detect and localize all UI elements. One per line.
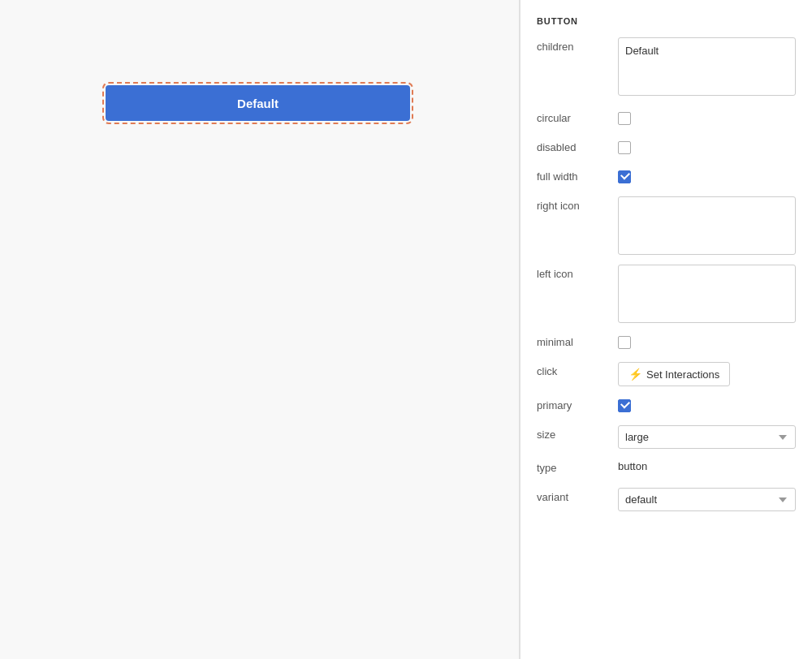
variant-control: default outlined text [618,488,796,511]
minimal-row: minimal [537,333,796,352]
left-icon-label: left icon [537,265,618,280]
size-label: size [537,425,618,441]
panel-title: BUTTON [537,16,796,26]
minimal-control [618,333,796,352]
children-row: children Default [537,37,796,99]
type-row: type button [537,459,796,478]
left-icon-control [618,265,796,323]
size-select[interactable]: small medium large extra-large [618,425,796,449]
full-width-control [618,167,796,187]
lightning-icon: ⚡ [628,368,642,381]
preview-button[interactable]: Default [106,85,410,121]
primary-checkbox[interactable] [618,399,631,412]
minimal-label: minimal [537,333,618,348]
variant-select[interactable]: default outlined text [618,488,796,511]
type-control: button [618,459,796,473]
right-icon-row: right icon [537,196,796,255]
size-row: size small medium large extra-large [537,425,796,449]
variant-row: variant default outlined text [537,488,796,511]
variant-label: variant [537,488,618,503]
type-value: button [618,457,647,472]
minimal-checkbox[interactable] [618,336,631,349]
left-icon-box[interactable] [618,265,796,323]
click-control: ⚡ Set Interactions [618,362,796,386]
circular-control [618,109,796,128]
set-interactions-button[interactable]: ⚡ Set Interactions [618,362,730,386]
canvas-button-wrapper: Default [106,85,410,121]
disabled-row: disabled [537,138,796,157]
children-control: Default [618,37,796,99]
disabled-control [618,138,796,157]
full-width-checkbox[interactable] [618,170,631,183]
primary-row: primary [537,396,796,416]
right-icon-control [618,196,796,255]
primary-control [618,396,796,416]
click-label: click [537,362,618,377]
canvas-area: Default [0,0,520,659]
children-textarea[interactable]: Default [618,37,796,96]
left-icon-row: left icon [537,265,796,323]
circular-row: circular [537,109,796,128]
primary-label: primary [537,396,618,411]
full-width-label: full width [537,167,618,183]
disabled-label: disabled [537,138,618,153]
circular-label: circular [537,109,618,124]
full-width-row: full width [537,167,796,187]
disabled-checkbox[interactable] [618,141,631,154]
type-label: type [537,459,618,474]
set-interactions-label: Set Interactions [646,368,719,381]
children-label: children [537,37,618,53]
click-row: click ⚡ Set Interactions [537,362,796,386]
right-icon-box[interactable] [618,196,796,255]
right-icon-label: right icon [537,196,618,212]
size-control: small medium large extra-large [618,425,796,449]
circular-checkbox[interactable] [618,112,631,125]
properties-panel: BUTTON children Default circular disable… [520,0,812,659]
